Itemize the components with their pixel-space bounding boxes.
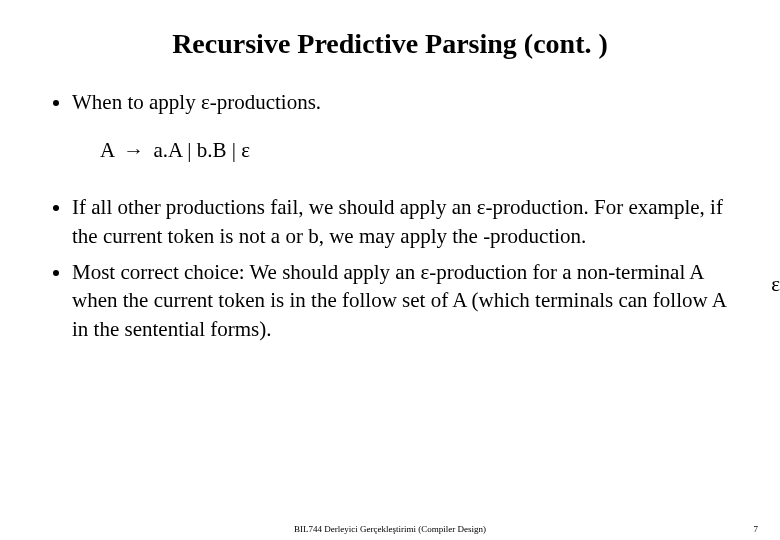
bullet-item: If all other productions fail, we should… bbox=[72, 193, 740, 250]
bullet-list-top: When to apply ε-productions. bbox=[40, 88, 740, 116]
bullet-item: Most correct choice: We should apply an … bbox=[72, 258, 740, 343]
arrow-icon: → bbox=[119, 138, 148, 163]
grammar-line: A → a.A | b.B | ε bbox=[100, 138, 740, 163]
epsilon-edge: ε bbox=[771, 272, 780, 297]
grammar-rhs: a.A | b.B | ε bbox=[154, 138, 251, 162]
slide-title: Recursive Predictive Parsing (cont. ) bbox=[40, 28, 740, 60]
footer-page-number: 7 bbox=[754, 524, 759, 534]
footer-course: BIL744 Derleyici Gerçekleştirimi (Compil… bbox=[0, 524, 780, 534]
slide: Recursive Predictive Parsing (cont. ) Wh… bbox=[0, 0, 780, 540]
bullet-item: When to apply ε-productions. bbox=[72, 88, 740, 116]
grammar-lhs: A bbox=[100, 138, 114, 162]
bullet-list-bottom: If all other productions fail, we should… bbox=[40, 193, 740, 343]
